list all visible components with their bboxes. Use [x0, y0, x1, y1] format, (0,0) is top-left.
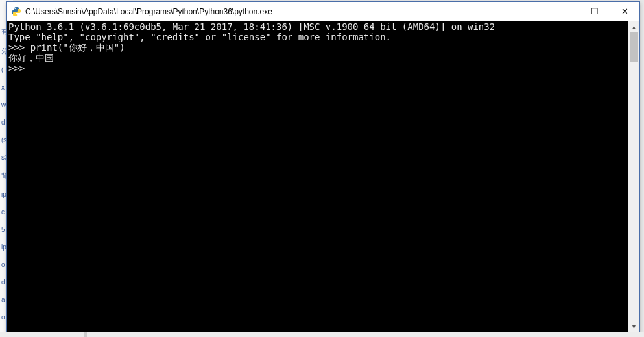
python-icon	[11, 6, 21, 17]
taskbar-fragment	[0, 332, 644, 337]
close-button[interactable]: ✕	[610, 2, 639, 21]
scroll-down-button[interactable]: ▼	[628, 321, 639, 332]
vertical-scrollbar[interactable]: ▲ ▼	[628, 21, 639, 332]
minimize-button[interactable]: —	[550, 2, 580, 21]
maximize-button[interactable]: ☐	[580, 2, 610, 21]
terminal-output[interactable]: Python 3.6.1 (v3.6.1:69c0db5, Mar 21 201…	[7, 21, 628, 332]
svg-point-0	[14, 8, 16, 9]
scroll-track[interactable]	[628, 32, 639, 321]
client-area: Python 3.6.1 (v3.6.1:69c0db5, Mar 21 201…	[7, 21, 639, 332]
titlebar[interactable]: C:\Users\Sunsin\AppData\Local\Programs\P…	[7, 2, 639, 21]
svg-point-1	[17, 14, 18, 16]
scroll-up-button[interactable]: ▲	[628, 21, 639, 32]
window-controls: — ☐ ✕	[550, 2, 639, 21]
scroll-thumb[interactable]	[630, 32, 638, 62]
window-title: C:\Users\Sunsin\AppData\Local\Programs\P…	[25, 7, 550, 16]
taskbar-divider	[84, 332, 87, 337]
console-window: C:\Users\Sunsin\AppData\Local\Programs\P…	[6, 1, 640, 332]
